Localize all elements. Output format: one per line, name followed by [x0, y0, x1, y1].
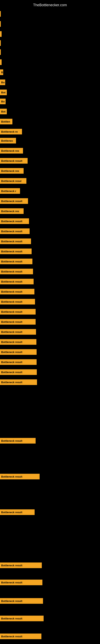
bar-row: [0, 40, 100, 46]
bar-row: Bottleneck result: [0, 359, 100, 365]
bottleneck-bar: Bottleneck result: [0, 438, 36, 444]
bottleneck-bar: Bottleneck result: [0, 474, 40, 480]
bar-row: Bottleneck result: [0, 349, 100, 355]
bottleneck-bar: Bottleneck result: [0, 319, 36, 324]
bar-row: Bottlen: [0, 119, 100, 124]
bar-row: [0, 11, 100, 17]
bottleneck-bar: Bottleneck res: [0, 168, 24, 174]
bar-row: Bottleneck result: [0, 580, 100, 585]
bar-row: Bottleneck result: [0, 616, 100, 621]
bottleneck-bar: Bottleneck result: [0, 580, 42, 585]
bar-row: Bo: [0, 98, 100, 104]
bottleneck-bar: [0, 59, 1, 65]
bottleneck-bar: Bottleneck result: [0, 562, 42, 568]
bar-row: Bottleneck result: [0, 438, 100, 444]
bottleneck-bar: Bottleneck result: [0, 349, 37, 355]
bar-row: Bot: [0, 109, 100, 114]
bar-row: Bottleneck result: [0, 509, 100, 515]
bar-row: Bottleneck result: [0, 279, 100, 284]
bar-row: Bottleneck result: [0, 198, 100, 204]
bottleneck-bar: Bottleneck resul: [0, 178, 26, 184]
bottleneck-bar: Bottleneck result: [0, 218, 29, 224]
bottleneck-bar: Bottleneck result: [0, 616, 44, 621]
bottleneck-bar: Bottleneck result: [0, 329, 36, 335]
bottleneck-bar: Bottleneck result: [0, 258, 32, 264]
bar-row: [0, 59, 100, 65]
bar-row: Bottleneck result: [0, 339, 100, 345]
bar-row: Bottleneck result: [0, 269, 100, 274]
bar-row: Bottleneck result: [0, 289, 100, 294]
bottleneck-bar: Bottleneck res: [0, 148, 23, 154]
bar-row: Bottleneck result: [0, 379, 100, 385]
bar-row: Bottleneck res: [0, 148, 100, 154]
bottleneck-bar: Bottleneck r: [0, 188, 20, 194]
bottleneck-bar: Bottleneck res: [0, 208, 24, 214]
bar-row: Bottleneck result: [0, 228, 100, 234]
bottleneck-bar: Bottleneck result: [0, 269, 33, 274]
bottleneck-bar: Bottlenec: [0, 138, 16, 144]
bar-row: Bottleneck result: [0, 319, 100, 324]
bottleneck-bar: [0, 40, 1, 46]
bottleneck-bar: Bottleneck result: [0, 198, 28, 204]
bar-row: Bottlenec: [0, 138, 100, 144]
site-title: TheBottlenecker.com: [0, 1, 100, 9]
bar-row: Bottleneck r: [0, 188, 100, 194]
bottleneck-bar: [0, 49, 1, 55]
bar-row: [0, 49, 100, 55]
bar-row: Bottleneck resul: [0, 178, 100, 184]
bottleneck-bar: Bottleneck result: [0, 339, 36, 345]
bar-row: Bottleneck result: [0, 248, 100, 254]
bar-row: Bottleneck result: [0, 238, 100, 244]
bar-row: B: [0, 70, 100, 75]
bar-row: [0, 31, 100, 37]
bottleneck-bar: Bottleneck result: [0, 279, 34, 284]
bar-row: Bot: [0, 90, 100, 95]
bottleneck-bar: [0, 31, 1, 37]
bottleneck-bar: Bottleneck result: [0, 158, 28, 164]
bottleneck-bar: Bottleneck result: [0, 309, 36, 314]
bottleneck-bar: Bottlen: [0, 119, 12, 124]
bottleneck-bar: Bottleneck result: [0, 228, 30, 234]
bar-row: Bottleneck result: [0, 562, 100, 568]
bottleneck-bar: Bottleneck result: [0, 598, 43, 604]
bottleneck-bar: Bottleneck result: [0, 509, 35, 515]
bar-row: Bottleneck result: [0, 329, 100, 335]
bar-row: Bottleneck result: [0, 634, 100, 639]
bar-row: Bottleneck result: [0, 299, 100, 304]
bar-row: Bottleneck result: [0, 218, 100, 224]
bottleneck-bar: Bottleneck result: [0, 369, 37, 375]
bottleneck-bar: B: [0, 70, 3, 75]
bottleneck-bar: Bo: [0, 80, 5, 85]
bottleneck-bar: Bottleneck re: [0, 129, 22, 134]
bar-row: Bottleneck res: [0, 168, 100, 174]
bottleneck-bar: Bottleneck result: [0, 634, 41, 639]
bar-row: [0, 21, 100, 27]
bottleneck-bar: Bottleneck result: [0, 238, 31, 244]
bar-row: Bottleneck result: [0, 258, 100, 264]
bottleneck-bar: Bo: [0, 98, 6, 104]
bar-row: Bottleneck re: [0, 129, 100, 134]
bar-row: Bo: [0, 80, 100, 85]
bottleneck-bar: [0, 21, 1, 27]
bar-row: Bottleneck res: [0, 208, 100, 214]
bottleneck-bar: Bottleneck result: [0, 359, 37, 365]
bottleneck-bar: Bottleneck result: [0, 289, 34, 294]
bar-row: Bottleneck result: [0, 158, 100, 164]
bottleneck-bar: Bot: [0, 109, 7, 114]
bar-row: Bottleneck result: [0, 474, 100, 480]
bar-row: Bottleneck result: [0, 598, 100, 604]
bottleneck-bar: Bottleneck result: [0, 248, 32, 254]
bottleneck-bar: Bottleneck result: [0, 299, 35, 304]
bottleneck-bar: Bottleneck result: [0, 379, 37, 385]
bottleneck-bar: [0, 11, 1, 17]
bar-row: Bottleneck result: [0, 309, 100, 314]
bar-row: Bottleneck result: [0, 369, 100, 375]
bottleneck-bar: Bot: [0, 90, 7, 95]
